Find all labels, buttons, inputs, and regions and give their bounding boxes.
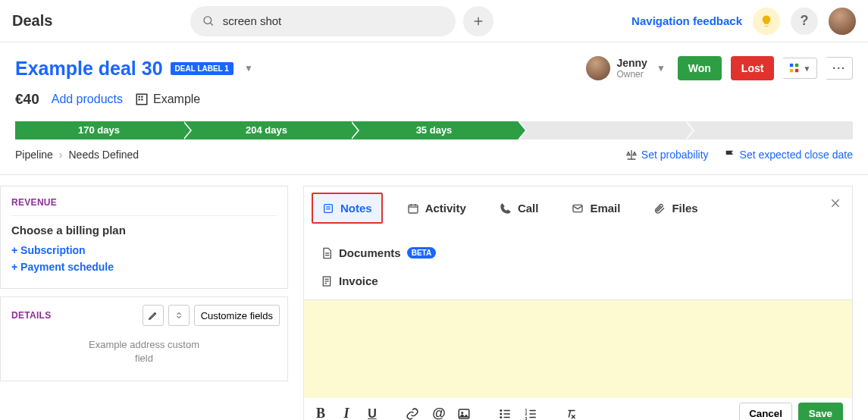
building-icon [135,92,149,106]
tab-documents[interactable]: Documents BETA [312,239,445,267]
svg-text:3: 3 [525,415,528,420]
svg-rect-4 [790,64,793,67]
owner-block[interactable]: Jenny Owner ▼ [586,56,668,80]
link-icon [406,407,419,421]
breadcrumb: Pipeline › Needs Defined [15,149,139,161]
beta-badge: BETA [407,247,436,259]
won-button[interactable]: Won [678,56,722,80]
svg-rect-10 [141,96,143,98]
save-button[interactable]: Save [798,403,843,420]
owner-name: Jenny [616,57,647,69]
pencil-icon [148,310,158,321]
svg-point-32 [500,412,502,415]
breadcrumb-root[interactable]: Pipeline [15,149,53,161]
bulb-icon [760,14,773,28]
svg-point-30 [461,412,463,414]
mention-button[interactable]: @ [431,406,447,420]
svg-rect-6 [790,69,793,72]
tips-button[interactable] [753,8,780,35]
add-payment-schedule-link[interactable]: + Payment schedule [11,261,277,273]
tab-activity[interactable]: Activity [398,194,475,222]
note-editor[interactable] [304,299,852,398]
note-icon [322,202,334,215]
numbered-list-button[interactable]: 123 [524,407,539,421]
document-icon [321,247,333,259]
plus-icon [472,15,484,27]
tab-email[interactable]: Email [562,194,629,222]
scale-icon [625,149,638,161]
svg-point-31 [500,409,502,412]
user-avatar[interactable] [829,8,856,35]
set-close-date-link[interactable]: Set expected close date [724,149,853,161]
deal-label-dropdown[interactable]: ▼ [241,60,256,77]
sort-icon [174,310,183,321]
revenue-panel-title: REVENUE [11,197,277,208]
bold-button[interactable]: B [313,406,328,420]
deal-amount: €40 [15,91,39,108]
owner-avatar [586,56,610,80]
customize-fields-button[interactable]: Customize fields [194,305,280,326]
close-panel-button[interactable] [829,197,841,209]
svg-line-1 [211,23,213,25]
attachment-icon [653,202,666,215]
search-input[interactable] [223,14,444,27]
custom-field-label: Example address custom field [83,338,205,365]
bulleted-list-button[interactable] [498,407,513,421]
stage-3[interactable]: 35 days [350,121,518,139]
add-button[interactable] [463,6,494,36]
svg-rect-11 [138,99,139,100]
stage-4[interactable] [518,121,685,139]
org-link[interactable]: Example [135,92,200,106]
ul-icon [498,407,512,421]
link-button[interactable] [406,407,421,421]
close-icon [829,197,841,209]
nav-feedback-link[interactable]: Navigation feedback [631,14,742,27]
invoice-icon [321,275,333,287]
flag-icon [724,149,736,161]
svg-rect-9 [138,96,139,98]
more-actions-button[interactable]: ··· [826,57,853,80]
help-button[interactable]: ? [791,8,818,35]
add-subscription-link[interactable]: + Subscription [11,244,277,256]
svg-point-0 [204,16,212,24]
mail-icon [572,202,584,215]
org-name: Example [153,92,200,106]
breadcrumb-current: Needs Defined [69,149,139,161]
svg-rect-5 [795,64,798,67]
deal-label-badge: DEAL LABEL 1 [171,62,233,75]
edit-details-button[interactable] [143,305,164,326]
italic-button[interactable]: I [339,406,354,420]
details-panel-title: DETAILS [11,310,52,321]
tab-call[interactable]: Call [490,194,548,222]
tab-files[interactable]: Files [644,194,707,222]
view-toggle-button[interactable]: ▼ [783,58,817,79]
tab-invoice[interactable]: Invoice [312,271,387,295]
search-icon [202,14,215,28]
reorder-details-button[interactable] [168,305,190,326]
svg-rect-7 [795,69,798,72]
svg-rect-12 [141,99,143,100]
stage-2[interactable]: 204 days [183,121,350,139]
cancel-button[interactable]: Cancel [739,403,792,420]
chevron-right-icon: › [59,149,63,161]
question-icon: ? [801,13,809,29]
owner-dropdown[interactable]: ▼ [653,60,669,77]
owner-role: Owner [616,69,647,80]
lost-button[interactable]: Lost [731,56,775,80]
stage-5[interactable] [685,121,853,139]
image-button[interactable] [457,407,472,421]
underline-button[interactable]: U [365,407,380,421]
calendar-icon [407,202,419,215]
search-box[interactable] [190,6,456,36]
deal-title[interactable]: Example deal 30 [15,58,163,80]
set-probability-link[interactable]: Set probability [625,149,709,161]
phone-icon [500,202,512,215]
tab-notes[interactable]: Notes [312,193,383,224]
stage-1[interactable]: 170 days [15,121,183,139]
clear-format-button[interactable] [565,407,580,421]
pipeline-stages[interactable]: 170 days 204 days 35 days [15,121,853,139]
add-products-link[interactable]: Add products [52,92,123,106]
image-icon [457,407,471,421]
page-title: Deals [12,12,52,30]
svg-rect-16 [409,205,418,213]
